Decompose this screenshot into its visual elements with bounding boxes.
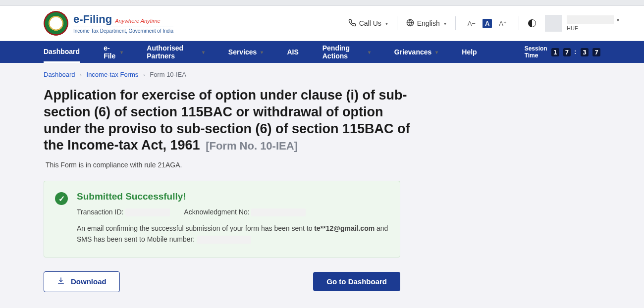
action-row: Download Go to Dashboard — [44, 271, 400, 292]
download-label: Download — [71, 277, 107, 286]
crumb-income-tax-forms[interactable]: Income-tax Forms — [87, 71, 139, 78]
govt-logo-icon — [44, 11, 68, 36]
user-subtype: HUF — [567, 25, 619, 31]
crumb-sep: › — [77, 72, 85, 78]
page-title: Application for exercise of option under… — [44, 87, 420, 154]
msg-part: An email confirming the successful submi… — [77, 224, 314, 232]
nav-label: Services — [228, 48, 257, 56]
avatar-icon — [545, 15, 562, 32]
timer-digit: 7 — [563, 48, 571, 56]
nav-label: Grievances — [394, 48, 432, 56]
nav-label: AIS — [287, 48, 298, 56]
timer-digit: 7 — [592, 48, 600, 56]
nav-ais[interactable]: AIS — [287, 41, 298, 63]
ack-no-field: Acknowledgment No: — [184, 208, 306, 216]
nav-efile[interactable]: e-File▾ — [104, 41, 123, 63]
download-button[interactable]: Download — [44, 271, 120, 292]
nav-label: Dashboard — [44, 48, 80, 55]
check-circle-icon: ✓ — [55, 192, 68, 205]
success-panel: ✓ Submitted Successfully! Transaction ID… — [44, 181, 400, 257]
nav-grievances[interactable]: Grievances▾ — [394, 41, 438, 63]
language-label: English — [417, 19, 440, 27]
nav-label: Pending Actions — [322, 44, 364, 60]
nav-help[interactable]: Help — [462, 41, 477, 63]
ack-label: Acknowledgment No: — [184, 208, 249, 216]
nav-services[interactable]: Services▾ — [228, 41, 264, 63]
contrast-toggle[interactable] — [519, 14, 545, 32]
brand-block: e-Filing Anywhere Anytime Income Tax Dep… — [44, 11, 173, 36]
breadcrumb: Dashboard › Income-tax Forms › Form 10-I… — [0, 63, 644, 83]
language-menu[interactable]: English ▾ — [397, 14, 455, 32]
nav-label: e-File — [104, 44, 116, 60]
crumb-dashboard[interactable]: Dashboard — [44, 71, 75, 78]
session-label: Session Time — [525, 45, 547, 59]
chevron-down-icon: ▾ — [120, 50, 123, 55]
ack-value-redacted — [251, 208, 306, 216]
top-strip — [0, 0, 644, 6]
brand-subtitle: Income Tax Department, Government of Ind… — [73, 27, 173, 34]
timer-digit: 1 — [551, 48, 559, 56]
chevron-down-icon: ▾ — [444, 21, 446, 26]
transaction-id-field: Transaction ID: — [77, 208, 170, 216]
nav-label: Help — [462, 48, 477, 56]
chevron-down-icon: ▾ — [617, 17, 619, 23]
chevron-down-icon: ▾ — [368, 50, 371, 55]
main-content: Application for exercise of option under… — [0, 83, 644, 308]
mobile-redacted — [197, 236, 251, 244]
nav-label: Authorised Partners — [147, 44, 198, 60]
nav-dashboard[interactable]: Dashboard — [44, 41, 80, 63]
txn-label: Transaction ID: — [77, 208, 123, 216]
goto-label: Go to Dashboard — [326, 277, 387, 286]
font-decrease[interactable]: A− — [465, 20, 479, 27]
chevron-down-icon: ▾ — [202, 50, 205, 55]
page-subtitle: This Form is in compliance with rule 21A… — [46, 161, 600, 169]
success-message: An email confirming the successful submi… — [77, 223, 389, 245]
call-us-label: Call Us — [359, 19, 381, 27]
brand-name: e-Filing — [73, 13, 112, 26]
main-nav: Dashboard e-File▾ Authorised Partners▾ S… — [0, 41, 644, 63]
brand-tagline: Anywhere Anytime — [115, 18, 160, 24]
crumb-sep: › — [140, 72, 148, 78]
site-header: e-Filing Anywhere Anytime Income Tax Dep… — [0, 6, 644, 41]
phone-icon — [348, 19, 356, 28]
nav-pending-actions[interactable]: Pending Actions▾ — [322, 41, 371, 63]
user-name-redacted — [567, 15, 614, 24]
txn-value-redacted — [125, 208, 170, 216]
contrast-icon — [528, 19, 536, 27]
call-us-menu[interactable]: Call Us ▾ — [339, 14, 397, 32]
success-title: Submitted Successfully! — [77, 191, 389, 202]
user-menu[interactable]: ▾ HUF — [545, 15, 619, 32]
download-icon — [57, 277, 65, 287]
globe-icon — [406, 19, 414, 28]
title-form-number: [Form No. 10-IEA] — [206, 140, 298, 152]
nav-authorised-partners[interactable]: Authorised Partners▾ — [147, 41, 205, 63]
confirmation-email: te**12@gmail.com — [314, 224, 375, 232]
chevron-down-icon: ▾ — [435, 50, 438, 55]
crumb-current: Form 10-IEA — [150, 71, 186, 78]
timer-digit: 3 — [581, 48, 589, 56]
font-increase[interactable]: A⁺ — [496, 20, 510, 27]
chevron-down-icon: ▾ — [385, 21, 388, 26]
session-timer: Session Time 17:37 — [525, 45, 600, 59]
chevron-down-icon: ▾ — [261, 50, 263, 55]
go-to-dashboard-button[interactable]: Go to Dashboard — [313, 272, 400, 291]
font-default[interactable]: A — [483, 19, 492, 28]
